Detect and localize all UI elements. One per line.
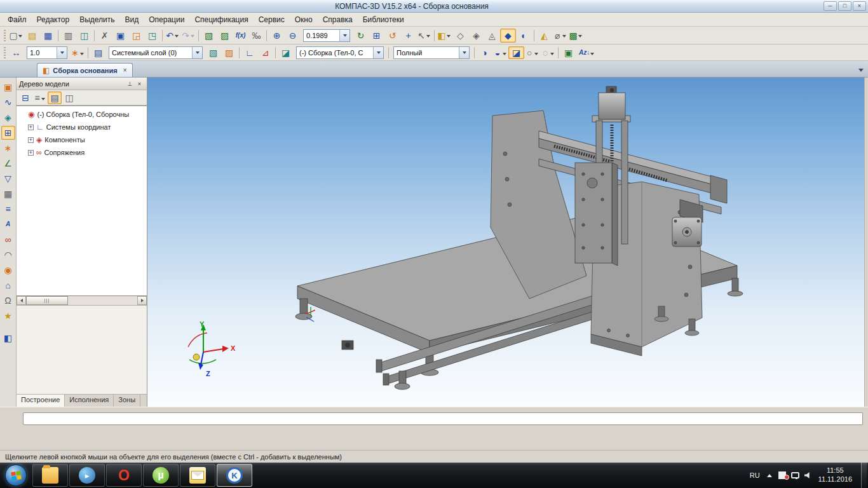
menu-item[interactable]: Окно xyxy=(290,13,318,26)
detail-level-combo[interactable]: Полный xyxy=(393,46,470,59)
volume-icon[interactable] xyxy=(804,471,813,479)
zoom-frame-button[interactable]: ⊞ xyxy=(369,29,384,43)
component-visibility-button[interactable]: ○ xyxy=(524,46,540,59)
tree-extra-window-button[interactable]: ◫ xyxy=(62,92,76,104)
hidden-icons-button[interactable] xyxy=(766,471,773,480)
save-document-button[interactable]: ▦ xyxy=(40,29,56,43)
scroll-thumb[interactable] xyxy=(26,296,68,305)
menu-item[interactable]: Операции xyxy=(144,13,189,26)
specification-button[interactable]: ▧ xyxy=(201,29,217,43)
panel-arrays[interactable]: ⊞ xyxy=(1,126,15,140)
expand-icon[interactable]: + xyxy=(28,125,34,130)
zoom-out-button[interactable]: ⊖ xyxy=(285,29,301,43)
simplified-display-button[interactable]: ▩ xyxy=(568,29,584,43)
start-button[interactable] xyxy=(5,464,27,486)
tolerances-button[interactable]: ‰ xyxy=(248,29,264,43)
panel-auxiliary-geometry[interactable]: ∗ xyxy=(1,141,15,155)
local-csys-button[interactable]: ∟ xyxy=(241,46,257,59)
network-icon[interactable] xyxy=(791,472,799,478)
menu-item[interactable]: Справка xyxy=(318,13,358,26)
expand-icon[interactable]: + xyxy=(28,137,34,143)
close-panel-button[interactable]: × xyxy=(135,79,144,88)
check-button[interactable]: ▣ xyxy=(560,46,576,59)
close-button[interactable]: × xyxy=(853,1,866,11)
zoom-scale-combo[interactable]: 0.1989 xyxy=(303,29,350,42)
tree-item[interactable]: + ∟ Системы координат xyxy=(17,121,147,133)
document-manager-button[interactable]: ▨ xyxy=(221,46,237,59)
display-settings-button[interactable]: ◑ xyxy=(477,46,492,59)
layer-settings-button[interactable]: ▧ xyxy=(205,46,221,59)
window-list-chevron-icon[interactable] xyxy=(858,69,864,72)
panel-mates[interactable]: ∞ xyxy=(1,233,15,247)
layer-combo[interactable]: Системный слой (0) xyxy=(109,46,203,59)
paste-button[interactable]: ◲ xyxy=(128,29,144,43)
3d-viewport[interactable]: Y X Z xyxy=(147,78,864,407)
tree-item[interactable]: + ∞ Сопряжения xyxy=(17,146,147,159)
taskbar-clock[interactable]: 11:55 11.11.2016 xyxy=(818,466,852,484)
panel-measurements[interactable]: ∠ xyxy=(1,156,15,170)
panel-properties[interactable]: ◧ xyxy=(1,331,15,345)
select-cursor-button[interactable]: ↖ xyxy=(416,29,432,43)
edit-part-button[interactable]: ◪ xyxy=(278,46,294,59)
tree-tab[interactable]: Построение xyxy=(17,395,65,407)
panel-macro[interactable]: Ω xyxy=(1,294,15,308)
taskbar-media-player[interactable]: ▸ xyxy=(69,464,105,487)
panel-filters[interactable]: ▽ xyxy=(1,172,15,186)
panel-edit-assembly[interactable]: ▣ xyxy=(1,80,15,94)
pin-panel-button[interactable]: ⊥ xyxy=(125,79,135,88)
taskbar-utorrent[interactable]: µ xyxy=(143,464,179,487)
tree-structure-button[interactable]: ⊟ xyxy=(18,92,32,104)
print-button[interactable]: ▥ xyxy=(60,29,76,43)
copy-properties-button[interactable]: ◳ xyxy=(144,29,160,43)
undo-button[interactable]: ↶ xyxy=(165,29,180,43)
tree-display-mode-button[interactable]: ≡ xyxy=(33,92,47,104)
spec-objects-button[interactable]: ▨ xyxy=(217,29,233,43)
menu-item[interactable]: Редактор xyxy=(32,13,75,26)
tree-composition-button[interactable]: ▤ xyxy=(48,92,62,104)
display-shaded-button[interactable]: ◆ xyxy=(500,29,516,43)
tree-tab[interactable]: Исполнения xyxy=(65,395,114,407)
panel-specification[interactable]: ▦ xyxy=(1,187,15,201)
scroll-right-icon[interactable] xyxy=(137,296,147,305)
menu-item[interactable]: Вид xyxy=(120,13,144,26)
new-document-button[interactable]: ▢ xyxy=(8,29,24,43)
zoom-in-button[interactable]: ⊕ xyxy=(269,29,285,43)
cut-button[interactable]: ✗ xyxy=(97,29,112,43)
panel-surfaces[interactable]: ◈ xyxy=(1,111,15,125)
zoom-scale-dropdown-icon[interactable] xyxy=(339,30,349,41)
tree-item[interactable]: ◉ (-) Сборка (Тел-0, Сборочны xyxy=(17,108,147,121)
panel-library[interactable]: ⌂ xyxy=(1,278,15,292)
transparency-button[interactable]: ◌ xyxy=(540,46,556,59)
tree-hscrollbar[interactable] xyxy=(17,296,147,306)
expand-icon[interactable]: + xyxy=(28,150,34,156)
taskbar-explorer[interactable] xyxy=(32,464,68,487)
hide-objects-button[interactable]: ⌀ xyxy=(552,29,568,43)
menu-item[interactable]: Файл xyxy=(3,13,32,26)
action-center-icon[interactable] xyxy=(778,471,786,479)
panel-design-elements[interactable]: ◉ xyxy=(1,263,15,277)
edit-component-button[interactable]: ◪ xyxy=(508,46,524,59)
menu-item[interactable]: Выделить xyxy=(74,13,119,26)
open-document-button[interactable]: ▤ xyxy=(24,29,40,43)
part-dropdown-icon[interactable] xyxy=(373,47,383,58)
taskbar-mail[interactable] xyxy=(180,464,215,487)
refresh-view-button[interactable]: ↻ xyxy=(353,29,369,43)
panel-sheet-metal[interactable]: ◠ xyxy=(1,248,15,262)
tree-tab[interactable]: Зоны xyxy=(114,395,140,407)
display-hidden-thin-button[interactable]: ◬ xyxy=(484,29,500,43)
document-tab[interactable]: ◧ Сборка основания × xyxy=(37,63,133,77)
display-hidden-lines-button[interactable]: ◈ xyxy=(468,29,484,43)
tab-close-icon[interactable]: × xyxy=(123,67,127,74)
snaps-button[interactable]: ∗ xyxy=(70,46,86,59)
machine-z-axis[interactable] xyxy=(575,86,630,266)
layer-dropdown-icon[interactable] xyxy=(192,47,202,58)
display-wireframe-button[interactable]: ◇ xyxy=(452,29,468,43)
pan-view-button[interactable]: + xyxy=(400,29,416,43)
menu-item[interactable]: Спецификация xyxy=(189,13,253,26)
section-display-button[interactable]: ◭ xyxy=(536,29,552,43)
menu-item[interactable]: Библиотеки xyxy=(358,13,409,26)
angle-button[interactable]: ⊿ xyxy=(257,46,273,59)
language-indicator[interactable]: RU xyxy=(750,471,760,479)
rotate-view-button[interactable]: ↺ xyxy=(384,29,400,43)
copy-button[interactable]: ▣ xyxy=(112,29,128,43)
